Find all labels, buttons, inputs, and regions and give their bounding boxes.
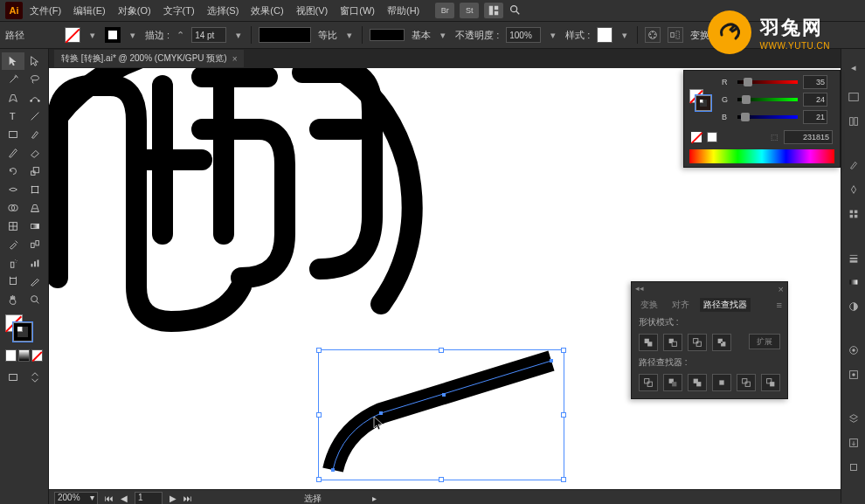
brushes-panel-icon[interactable]	[844, 155, 863, 175]
brush-dropdown[interactable]: ▾	[438, 30, 448, 40]
libraries-panel-icon[interactable]	[844, 112, 863, 131]
stroke-indicator[interactable]	[14, 323, 31, 341]
properties-panel-icon[interactable]	[844, 87, 863, 107]
bb-handle-bl[interactable]	[316, 477, 322, 482]
line-tool[interactable]	[24, 107, 47, 125]
paintbrush-tool[interactable]	[24, 126, 47, 143]
menu-file[interactable]: 文件(F)	[24, 2, 66, 20]
outline-button[interactable]	[737, 374, 756, 391]
screen-mode-toggle[interactable]	[24, 369, 47, 386]
asset-export-panel-icon[interactable]	[844, 433, 863, 452]
stroke-panel-icon[interactable]	[844, 248, 863, 267]
menu-effect[interactable]: 效果(C)	[246, 2, 288, 20]
fill-dropdown[interactable]: ▾	[87, 30, 98, 40]
color-g-slider[interactable]	[737, 94, 798, 105]
stroke-decrease[interactable]: ⌃	[176, 30, 184, 41]
fill-swatch[interactable]	[65, 27, 80, 43]
rectangle-tool[interactable]	[2, 126, 24, 143]
pen-tool[interactable]	[2, 89, 24, 107]
trim-button[interactable]	[663, 374, 682, 391]
gradient-mode-button[interactable]	[18, 349, 30, 362]
curvature-tool[interactable]	[24, 89, 47, 107]
slice-tool[interactable]	[24, 273, 47, 290]
color-panel-stroke[interactable]	[696, 96, 710, 110]
bb-handle-br[interactable]	[561, 477, 566, 482]
menu-edit[interactable]: 编辑(E)	[68, 2, 111, 20]
bb-handle-tl[interactable]	[316, 348, 322, 353]
color-b-value[interactable]: 21	[803, 110, 827, 124]
gradient-panel-icon[interactable]	[844, 273, 863, 292]
panel-close-button[interactable]: ×	[778, 284, 784, 294]
style-dropdown[interactable]: ▾	[619, 30, 630, 40]
unite-button[interactable]	[639, 334, 658, 351]
scale-tool[interactable]	[24, 162, 47, 180]
recolor-artwork-button[interactable]	[645, 27, 661, 43]
crop-button[interactable]	[712, 374, 731, 391]
none-swatch-small[interactable]	[691, 132, 702, 142]
color-b-slider[interactable]	[737, 112, 798, 122]
artboard-nav-prev-first[interactable]: ⏮	[105, 494, 114, 503]
lasso-tool[interactable]	[24, 71, 47, 88]
shape-builder-tool[interactable]	[2, 199, 24, 217]
type-tool[interactable]: T	[2, 107, 24, 125]
expand-button[interactable]: 扩展	[749, 334, 780, 349]
bb-handle-mr[interactable]	[561, 412, 566, 418]
dock-toggle-arrow[interactable]: ◂	[844, 58, 863, 77]
opacity-dropdown[interactable]: ▾	[548, 30, 558, 40]
fill-stroke-control[interactable]	[2, 309, 46, 346]
exclude-button[interactable]	[712, 334, 731, 351]
close-tab-button[interactable]: ×	[232, 54, 238, 64]
tab-transform[interactable]: 变换	[637, 298, 661, 312]
menu-window[interactable]: 窗口(W)	[335, 2, 380, 20]
bb-handle-tc[interactable]	[439, 348, 444, 353]
tab-pathfinder[interactable]: 路径查找器	[700, 298, 751, 312]
menu-select[interactable]: 选择(S)	[202, 2, 245, 20]
color-spectrum[interactable]	[689, 149, 834, 163]
menu-view[interactable]: 视图(V)	[291, 2, 334, 20]
color-r-slider[interactable]	[737, 77, 798, 87]
intersect-button[interactable]	[688, 334, 707, 351]
stroke-profile[interactable]	[259, 27, 311, 43]
stroke-profile-dropdown[interactable]: ▾	[344, 30, 355, 40]
stroke-swatch[interactable]	[105, 27, 121, 43]
arrange-documents-button[interactable]	[484, 3, 503, 18]
menu-object[interactable]: 对象(O)	[113, 2, 156, 20]
symbol-sprayer-tool[interactable]	[2, 254, 24, 272]
artboard-tool[interactable]	[2, 273, 24, 290]
graphic-styles-panel-icon[interactable]	[844, 365, 863, 384]
minus-back-button[interactable]	[761, 374, 780, 391]
shaper-tool[interactable]	[2, 144, 24, 162]
graphic-style-swatch[interactable]	[597, 27, 612, 43]
width-tool[interactable]	[2, 181, 24, 198]
merge-button[interactable]	[688, 374, 707, 391]
zoom-tool[interactable]	[24, 291, 47, 308]
stroke-weight-dropdown[interactable]: ▾	[233, 30, 244, 40]
magic-wand-tool[interactable]	[2, 71, 24, 88]
opacity-input[interactable]: 100%	[506, 27, 541, 43]
mesh-tool[interactable]	[2, 217, 24, 235]
gradient-tool[interactable]	[24, 217, 47, 235]
menu-help[interactable]: 帮助(H)	[382, 2, 425, 20]
selection-tool[interactable]	[2, 52, 24, 70]
none-mode-button[interactable]	[31, 349, 43, 362]
menu-type[interactable]: 文字(T)	[158, 2, 200, 20]
panel-menu-icon[interactable]: ≡	[777, 300, 782, 310]
symbols-panel-icon[interactable]	[844, 180, 863, 199]
panel-dock-icon[interactable]: ◂◂	[635, 284, 644, 294]
blend-tool[interactable]	[24, 236, 47, 253]
brush-definition[interactable]	[370, 29, 405, 41]
stroke-dropdown[interactable]: ▾	[128, 30, 138, 40]
rotate-tool[interactable]	[2, 162, 24, 180]
bb-handle-bc[interactable]	[439, 477, 444, 482]
swatches-panel-icon[interactable]	[844, 204, 863, 224]
zoom-select[interactable]: 200% ▾	[54, 492, 98, 505]
appearance-panel-icon[interactable]	[844, 341, 863, 360]
artboard-nav-prev[interactable]: ◀	[121, 494, 128, 503]
graph-tool[interactable]	[24, 254, 47, 272]
eyedropper-tool[interactable]	[2, 236, 24, 253]
stroke-weight-input[interactable]: 14 pt	[191, 27, 226, 43]
document-tab[interactable]: 转换 [转换].ai* @ 200% (CMYK/GPU 预览) ×	[54, 50, 244, 67]
divide-button[interactable]	[639, 374, 658, 391]
transparency-panel-icon[interactable]	[844, 297, 863, 316]
hand-tool[interactable]	[2, 291, 24, 308]
